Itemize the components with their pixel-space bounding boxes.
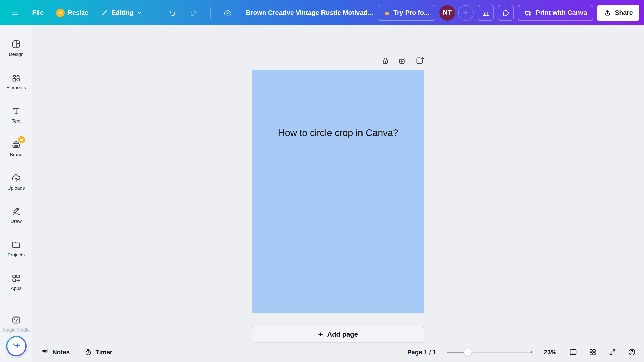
- topbar-right-group: Try Pro fo... NT Print with Canva Share: [378, 5, 639, 21]
- share-button[interactable]: Share: [597, 5, 639, 21]
- sidebar-item-label: Magic Media: [3, 327, 30, 333]
- sidebar-item-apps[interactable]: Apps: [2, 265, 30, 299]
- print-label: Print with Canva: [536, 9, 587, 17]
- timer-button[interactable]: Timer: [84, 348, 112, 356]
- main-menu-button[interactable]: [11, 8, 20, 17]
- notes-icon: [41, 348, 49, 356]
- pencil-icon: [101, 9, 108, 17]
- plus-icon: +: [318, 330, 323, 338]
- folder-icon: [11, 240, 21, 250]
- share-label: Share: [615, 9, 633, 17]
- plus-icon: [462, 9, 470, 17]
- sidebar-item-label: Brand: [10, 152, 23, 157]
- sidebar-divider: [5, 303, 27, 303]
- text-icon: [11, 106, 21, 116]
- grid-view-button[interactable]: [588, 348, 597, 357]
- file-menu-button[interactable]: File: [32, 9, 44, 17]
- page-actions-toolbar: [252, 56, 424, 65]
- avatar-initials: NT: [443, 9, 452, 17]
- sidebar-item-design[interactable]: Design: [2, 31, 30, 65]
- page-heading-text[interactable]: How to circle crop in Canva?: [252, 128, 424, 139]
- grid-view-icon: [589, 348, 597, 356]
- redo-button[interactable]: [189, 9, 198, 17]
- sidebar-item-text[interactable]: Text: [2, 98, 30, 132]
- resize-button[interactable]: Resize: [56, 9, 88, 17]
- zoom-level-label[interactable]: 23%: [544, 349, 556, 356]
- sidebar-item-label: Text: [12, 118, 21, 124]
- lock-icon: [381, 56, 390, 65]
- elements-icon: [11, 73, 21, 83]
- timer-label: Timer: [95, 349, 112, 356]
- assistant-button-inner: [7, 337, 25, 355]
- duplicate-page-button[interactable]: [398, 56, 407, 65]
- sidebar-item-brand[interactable]: co Brand: [2, 132, 30, 165]
- help-button[interactable]: [627, 348, 636, 357]
- add-page-icon: [415, 56, 424, 65]
- hamburger-icon: [11, 8, 20, 17]
- fullscreen-button[interactable]: [608, 348, 617, 357]
- comments-button[interactable]: [498, 5, 514, 21]
- try-pro-button[interactable]: Try Pro fo...: [378, 5, 435, 21]
- add-member-button[interactable]: [458, 5, 474, 21]
- magic-media-icon: [11, 315, 21, 325]
- bottombar-right-group: Page 1 / 1 23%: [407, 348, 636, 357]
- add-page-icon-button[interactable]: [415, 56, 424, 65]
- page-indicator[interactable]: Page 1 / 1: [407, 349, 436, 356]
- document-title[interactable]: Brown Creative Vintage Rustic Motivati..…: [246, 9, 373, 17]
- sidebar-item-label: Apps: [11, 286, 21, 291]
- bar-chart-icon: [482, 9, 490, 17]
- print-with-canva-button[interactable]: Print with Canva: [518, 5, 593, 21]
- design-icon: [11, 39, 21, 49]
- insights-button[interactable]: [478, 5, 494, 21]
- pro-badge: [18, 136, 25, 143]
- bottom-status-bar: Notes Timer Page 1 / 1 23%: [32, 342, 644, 362]
- sidebar-item-projects[interactable]: Projects: [2, 232, 30, 265]
- sidebar-item-elements[interactable]: Elements: [2, 65, 30, 98]
- redo-icon: [189, 9, 198, 17]
- timeline-view-icon: [569, 348, 577, 356]
- topbar-left-group: File Resize Editing: [11, 7, 232, 19]
- chevron-down-icon: [137, 10, 143, 16]
- draw-pencil-icon: [11, 206, 21, 216]
- fullscreen-icon: [608, 348, 616, 356]
- help-icon: [628, 348, 636, 356]
- crown-icon: [384, 10, 390, 16]
- save-status-button[interactable]: [223, 8, 232, 17]
- editor-canvas: How to circle crop in Canva? + Add page: [32, 25, 644, 362]
- editing-mode-dropdown[interactable]: Editing: [101, 9, 143, 17]
- add-page-label: Add page: [327, 331, 358, 338]
- undo-icon: [168, 9, 177, 17]
- pro-badge: [56, 9, 65, 17]
- undo-button[interactable]: [168, 9, 177, 17]
- file-menu-label: File: [32, 9, 44, 17]
- add-page-button[interactable]: + Add page: [252, 326, 424, 343]
- page-column: How to circle crop in Canva? + Add page: [252, 25, 424, 343]
- canva-assistant-button[interactable]: [6, 336, 27, 356]
- truck-icon: [524, 9, 533, 17]
- sidebar-item-label: Elements: [6, 85, 26, 90]
- cloud-check-icon: [223, 8, 232, 17]
- top-bar: File Resize Editing Brown Creative Vinta…: [0, 0, 644, 25]
- sidebar-item-draw[interactable]: Draw: [2, 199, 30, 232]
- apps-grid-icon: [11, 273, 21, 283]
- zoom-slider[interactable]: [447, 348, 532, 356]
- try-pro-label: Try Pro fo...: [393, 9, 429, 17]
- timeline-view-button[interactable]: [569, 348, 578, 357]
- crown-icon: [58, 10, 63, 15]
- zoom-slider-thumb[interactable]: [464, 348, 472, 356]
- account-avatar[interactable]: NT: [439, 5, 455, 21]
- design-page[interactable]: How to circle crop in Canva?: [252, 70, 424, 313]
- editing-mode-label: Editing: [111, 9, 134, 17]
- lock-page-button[interactable]: [381, 56, 390, 65]
- notes-label: Notes: [52, 349, 70, 356]
- svg-text:co: co: [14, 144, 18, 148]
- sidebar-item-label: Draw: [11, 219, 22, 224]
- sidebar-item-label: Design: [9, 52, 23, 57]
- notes-button[interactable]: Notes: [41, 348, 70, 356]
- topbar-divider: [155, 7, 155, 19]
- sidebar-item-uploads[interactable]: Uploads: [2, 165, 30, 199]
- share-upload-icon: [604, 9, 611, 17]
- sidebar-item-label: Uploads: [7, 185, 25, 191]
- resize-label: Resize: [68, 9, 88, 17]
- duplicate-page-icon: [398, 56, 407, 65]
